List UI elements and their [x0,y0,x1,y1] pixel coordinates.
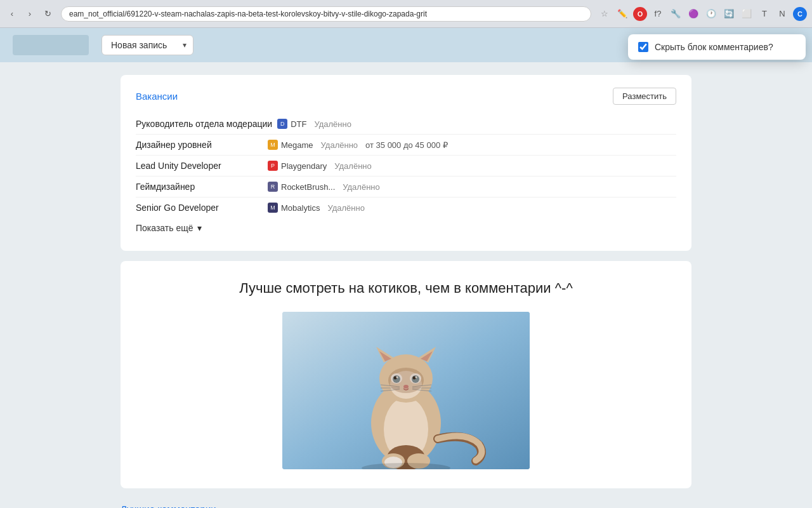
vacancy-row[interactable]: ГеймдизайнерRRocketBrush...Удалённо [136,177,676,197]
remote-badge: Удалённо [314,119,351,129]
remote-badge: Удалённо [343,182,379,192]
company-name: Megame [281,140,313,150]
vacancy-row[interactable]: Lead Unity DeveloperPPlaygendaryУдалённо [136,156,676,177]
vacancy-name: Lead Unity Developer [136,161,263,171]
svg-point-25 [388,368,424,393]
cat-image-container [136,312,676,469]
popup-box: Скрыть блок комментариев? [628,34,806,60]
show-more-label: Показать ещё [136,223,193,233]
show-more-button[interactable]: Показать ещё ▾ [136,218,202,238]
comments-hidden-card: Лучше смотреть на котиков, чем в коммент… [121,261,691,488]
cat-svg [282,312,530,469]
vacancies-card: Вакансии Разместить Руководитель отдела … [121,75,691,251]
extension-icon-box[interactable]: ⬜ [740,7,754,21]
back-icon[interactable]: ‹ [5,7,19,21]
company-name: RocketBrush... [281,182,335,192]
vacancies-header: Вакансии Разместить [136,88,676,105]
extension-icon-translate[interactable]: T [757,7,771,21]
page-wrapper: Новая запись ▾ Вакансии Разместить Руков… [0,28,812,508]
vacancies-title[interactable]: Вакансии [136,91,178,102]
company-icon: M [268,203,278,213]
extension-icon-dropper[interactable]: 🔧 [669,7,683,21]
extension-icon-n[interactable]: N [775,7,789,21]
remote-badge: Удалённо [327,203,364,213]
extension-icon-red[interactable]: O [633,7,647,21]
popup-overlay: Скрыть блок комментариев? [622,28,812,66]
reload-icon[interactable]: ↻ [41,7,55,21]
company-badge: MMegame [268,140,313,150]
vacancy-row[interactable]: Дизайнер уровнейMMegameУдалённоот 35 000… [136,135,676,156]
company-badge: DDTF [277,119,306,129]
company-badge: RRocketBrush... [268,182,335,192]
main-content: Вакансии Разместить Руководитель отдела … [121,62,691,508]
new-post-label: Новая запись [102,36,176,55]
company-icon: P [268,161,278,171]
vacancy-name: Геймдизайнер [136,182,263,192]
vacancy-list: Руководитель отдела модерацииDDTFУдалённ… [136,114,676,218]
user-avatar[interactable]: C [793,7,807,21]
best-comments-link[interactable]: Лучшие комментарии [121,498,691,508]
show-more-chevron-icon: ▾ [197,223,202,233]
company-icon: R [268,182,278,192]
hide-comments-checkbox[interactable] [638,42,648,52]
salary-badge: от 35 000 до 45 000 ₽ [365,140,448,150]
extension-icon-refresh[interactable]: 🔄 [722,7,736,21]
vacancy-name: Senior Go Developer [136,203,263,213]
new-post-button[interactable]: Новая запись ▾ [102,35,193,55]
company-name: Mobalytics [281,203,320,213]
vacancy-name: Дизайнер уровней [136,140,263,150]
extension-icon-f[interactable]: f? [651,7,665,21]
vacancy-row[interactable]: Руководитель отдела модерацииDDTFУдалённ… [136,114,676,135]
vacancy-row[interactable]: Senior Go DeveloperMMobalyticsУдалённо [136,197,676,218]
company-badge: MMobalytics [268,203,320,213]
cat-image [282,312,530,469]
browser-chrome: ‹ › ↻ eam_not_official/691220-v-steam-na… [0,0,812,28]
address-bar[interactable]: eam_not_official/691220-v-steam-nachalas… [61,6,591,22]
bookmark-icon[interactable]: ☆ [598,7,612,21]
site-logo[interactable] [13,35,89,55]
edit-icon[interactable]: ✏️ [615,7,629,21]
popup-text: Скрыть блок комментариев? [655,42,773,52]
company-icon: M [268,140,278,150]
best-comments-section: Лучшие комментарии [121,498,691,508]
forward-icon[interactable]: › [23,7,37,21]
extension-icon-clock[interactable]: 🕐 [704,7,718,21]
remote-badge: Удалённо [334,161,371,171]
company-badge: PPlaygendary [268,161,327,171]
vacancy-name: Руководитель отдела модерации [136,119,272,129]
comments-hidden-title: Лучше смотреть на котиков, чем в коммент… [136,280,676,297]
company-name: DTF [291,119,306,129]
company-name: Playgendary [281,161,327,171]
place-vacancy-button[interactable]: Разместить [613,88,676,105]
company-icon: D [277,119,287,129]
extension-icon-purple[interactable]: 🟣 [686,7,700,21]
new-post-arrow-icon: ▾ [176,36,193,54]
remote-badge: Удалённо [321,140,358,150]
